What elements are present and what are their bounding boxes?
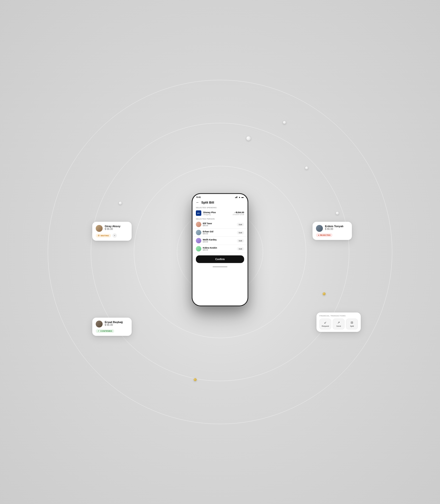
- person-item-4: Kübra Keskin ₺66.00 Edit: [192, 245, 248, 253]
- home-bar: [213, 266, 227, 267]
- phone-frame: 9:41 ▲ ▬ ← Split Bill SELECTE: [192, 193, 248, 306]
- kubra-edit-button[interactable]: Edit: [237, 247, 244, 251]
- spending-amount-block: - ₺264.00 17/10/24 13:30: [233, 211, 244, 215]
- erdem-tonyali-card: Erdem Tonyalı $ 66.00 ● REJECTED: [313, 222, 352, 240]
- elif-name: Elif Tanır: [203, 222, 235, 225]
- confirmed-badge: ✓ CONFIRMED: [96, 329, 114, 333]
- battery-icon: ▬: [241, 196, 244, 198]
- elif-edit-button[interactable]: Edit: [237, 222, 244, 226]
- waiting-badge: ⏱ WAITING: [96, 234, 111, 237]
- spending-name: Disney Plus: [203, 211, 231, 213]
- giray-avatar: [96, 225, 103, 232]
- signal-icon: [235, 196, 238, 198]
- decorative-pin-8: [119, 202, 122, 205]
- request-label: Request: [322, 325, 329, 327]
- kubra-info: Kübra Keskin ₺66.00: [203, 247, 235, 251]
- ersad-basbag-card: Erşad Başbağ $ 66.00 ✓ CONFIRMED: [92, 318, 132, 336]
- request-button[interactable]: ↙ Request: [319, 319, 331, 329]
- split-label: Split: [350, 325, 354, 327]
- ersad-avatar: [96, 321, 103, 327]
- clock-icon: ⏱: [98, 235, 100, 237]
- financial-transactions-card: FINANCIAL TRANSACTIONS ↙ Request ↗ Send …: [316, 312, 361, 332]
- melih-name: Melih Kardeş: [203, 238, 235, 241]
- erhan-name: Erhan Gül: [203, 230, 235, 233]
- giray-name: Giray Aksoy: [105, 225, 120, 228]
- disney-logo: D+: [196, 210, 201, 216]
- person-item-3: Melih Kardeş ₺39.00 Edit: [192, 237, 248, 245]
- send-label: Send: [336, 325, 341, 327]
- melih-edit-button[interactable]: Edit: [237, 239, 244, 242]
- melih-info: Melih Kardeş ₺39.00: [203, 238, 235, 243]
- decorative-pin-7: [194, 378, 197, 381]
- status-icons: ▲ ▬: [235, 196, 244, 198]
- back-button[interactable]: ←: [196, 200, 199, 204]
- time-display: 9:41: [196, 196, 201, 198]
- elif-amount: ₺66.00: [203, 225, 235, 227]
- spending-info: Disney Plus Shopping: [203, 211, 231, 215]
- person-section-label: SELECTED PERSON: [192, 217, 248, 221]
- request-icon: ↙: [324, 321, 327, 324]
- status-bar: 9:41 ▲ ▬: [192, 194, 248, 199]
- rejected-icon: ●: [318, 234, 319, 236]
- decorative-pin-2: [305, 166, 308, 169]
- send-icon: ↗: [337, 321, 340, 324]
- confirm-button[interactable]: Confirm: [196, 255, 244, 263]
- financial-buttons-row: ↙ Request ↗ Send ⊟ Split: [319, 319, 358, 329]
- person-item-1: Elif Tanır ₺66.00 Edit: [192, 221, 248, 229]
- spending-category: Shopping: [203, 213, 231, 215]
- ersad-amount: $ 66.00: [105, 324, 123, 326]
- erdem-avatar: [316, 225, 323, 232]
- screen-title: Split Bill: [201, 200, 214, 204]
- giray-aksoy-card: Giray Aksoy $ 66.00 ⏱ WAITING ×: [92, 222, 132, 241]
- erhan-info: Erhan Gül ₺66.00: [203, 230, 235, 235]
- split-button[interactable]: ⊟ Split: [346, 319, 358, 329]
- decorative-pin-1: [246, 136, 251, 141]
- melih-amount: ₺39.00: [203, 241, 235, 243]
- person-item-2: Erhan Gül ₺66.00 Edit: [192, 229, 248, 237]
- elif-avatar: [196, 222, 201, 227]
- erhan-avatar: [196, 230, 201, 235]
- melih-avatar: [196, 238, 201, 243]
- rejected-badge: ● REJECTED: [316, 233, 332, 237]
- split-icon: ⊟: [351, 321, 353, 324]
- wifi-icon: ▲: [238, 196, 241, 198]
- kubra-amount: ₺66.00: [203, 249, 235, 251]
- send-button[interactable]: ↗ Send: [333, 319, 345, 329]
- phone-device: 9:41 ▲ ▬ ← Split Bill SELECTE: [192, 193, 248, 306]
- erdem-amount: $ 66.00: [325, 228, 343, 230]
- financial-label: FINANCIAL TRANSACTIONS: [319, 315, 358, 317]
- erdem-name: Erdem Tonyalı: [325, 225, 343, 228]
- kubra-avatar: [196, 246, 201, 252]
- spending-date: 17/10/24 13:30: [233, 213, 244, 215]
- elif-info: Elif Tanır ₺66.00: [203, 222, 235, 227]
- erhan-edit-button[interactable]: Edit: [237, 231, 244, 234]
- check-icon: ✓: [98, 330, 99, 332]
- close-button[interactable]: ×: [112, 233, 117, 238]
- erhan-amount: ₺66.00: [203, 233, 235, 235]
- ersad-name: Erşad Başbağ: [105, 321, 123, 324]
- spending-item: D+ Disney Plus Shopping - ₺264.00 17/10/…: [192, 209, 248, 217]
- giray-amount: $ 66.00: [105, 228, 120, 230]
- home-indicator: [192, 265, 248, 268]
- screen-header: ← Split Bill: [192, 199, 248, 206]
- spending-amount-value: - ₺264.00: [233, 211, 244, 213]
- spending-section-label: SELECTED SPENDING: [192, 206, 248, 209]
- phone-screen: 9:41 ▲ ▬ ← Split Bill SELECTE: [192, 194, 248, 306]
- decorative-pin-6: [336, 212, 339, 215]
- kubra-name: Kübra Keskin: [203, 247, 235, 249]
